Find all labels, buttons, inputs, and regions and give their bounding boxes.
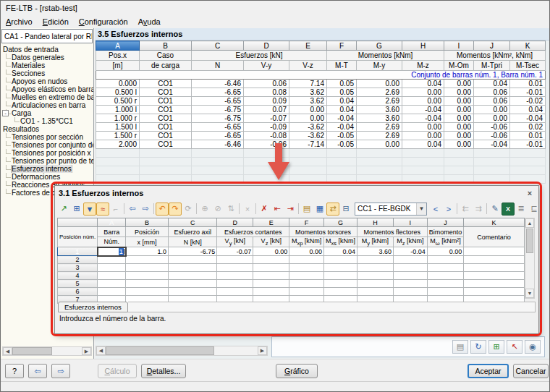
grafico-button[interactable]: Gráfico [276, 364, 318, 378]
cell-my[interactable]: 3.60 [357, 106, 402, 114]
cell-mt[interactable]: -0.04 [327, 123, 357, 132]
cell-vz[interactable]: 3.62 [289, 97, 327, 106]
cell-mtsec[interactable]: -0.01 [510, 88, 546, 97]
tree-item-deformaciones[interactable]: Deformaciones [1, 173, 93, 181]
cell-mz[interactable]: 0.04 [402, 140, 444, 149]
cell-n[interactable]: -6.75 [192, 114, 244, 123]
scroll-left-icon[interactable]: ◀ [96, 346, 106, 355]
cell-mz[interactable]: -0.04 [402, 114, 444, 123]
col-letter-a[interactable]: A [98, 218, 126, 227]
case-prev-icon[interactable]: < [429, 203, 442, 216]
calculo-button[interactable]: Cálculo [98, 364, 137, 378]
tree-item-datos-generales[interactable]: Datos generales [1, 54, 93, 61]
cell-posx[interactable]: 1.500 l [96, 123, 140, 132]
col-letter-f[interactable]: F [327, 41, 357, 51]
tree-item-co1[interactable]: CO1 - 1.35*CC1 [1, 117, 93, 125]
col-letter-g[interactable]: G [323, 218, 357, 227]
cell-n[interactable]: -6.65 [192, 88, 244, 97]
cell-x[interactable]: 1.0 [126, 247, 169, 256]
cell-vz[interactable]: 3.62 [289, 88, 327, 97]
load-case-selector[interactable]: CC1 - FE-BGDK ▼ [355, 203, 427, 216]
col-letter-j[interactable]: J [427, 218, 464, 227]
row-number[interactable]: 5 [58, 280, 98, 288]
cell-mtpri[interactable]: -0.04 [474, 140, 510, 149]
aceptar-button[interactable]: Aceptar [468, 364, 509, 378]
tree-item-datos-de-entrada[interactable]: Datos de entrada [1, 46, 93, 54]
row-number[interactable]: 4 [58, 272, 98, 280]
cell-vy[interactable]: -0.09 [244, 123, 289, 132]
cell-n[interactable]: -6.65 [192, 123, 244, 132]
col-letter-e[interactable]: E [253, 218, 289, 227]
excel-export-icon[interactable]: X [502, 203, 515, 216]
cell-n[interactable]: -6.46 [192, 80, 244, 88]
col-letter-a[interactable]: A [96, 41, 140, 51]
cell-mtpri[interactable]: 0.06 [474, 97, 510, 106]
cell-mom[interactable]: 0.00 [444, 106, 474, 114]
cell-mom[interactable]: 0.00 [444, 88, 474, 97]
cell-n[interactable]: -6.65 [192, 97, 244, 106]
col-letter-c[interactable]: C [169, 218, 217, 227]
tree-item-tensiones-posicion[interactable]: Tensiones por posición x [1, 149, 93, 157]
tree-item-carga[interactable]: -Carga [1, 109, 93, 117]
cell-mw[interactable]: 0.00 [427, 247, 464, 256]
cell-mtsec[interactable]: 0.01 [510, 132, 546, 140]
prev-module-button[interactable]: ⇦ [28, 364, 47, 378]
undo-icon[interactable]: ↶ [156, 203, 169, 216]
cell-mom[interactable]: 0.00 [444, 97, 474, 106]
cell-caso[interactable]: CO1 [140, 140, 192, 149]
cell-mtpri[interactable]: 0.04 [474, 80, 510, 88]
tree-item-secciones[interactable]: Secciones [1, 69, 93, 77]
col-letter-h[interactable]: H [402, 41, 444, 51]
col-letter-e[interactable]: E [289, 41, 327, 51]
cell-posx[interactable]: 0.000 [96, 80, 140, 88]
barra-input-cell[interactable]: 1 [98, 247, 126, 256]
print-icon[interactable]: ▤ [452, 340, 468, 354]
cell-mt[interactable]: -0.04 [327, 114, 357, 123]
cell-mt[interactable]: 0.04 [327, 97, 357, 106]
folder-icon[interactable]: ⊟ [339, 203, 352, 216]
cell-my[interactable]: 3.60 [357, 247, 393, 256]
cell-n[interactable]: -6.75 [192, 106, 244, 114]
redo-icon[interactable]: ↷ [169, 203, 182, 216]
cell-mtsec[interactable]: 0.01 [510, 80, 546, 88]
cell-mz[interactable]: -0.04 [402, 106, 444, 114]
tree-item-muelles[interactable]: Muelles en extremo de barra [1, 93, 93, 101]
scroll-right-icon[interactable]: ▶ [82, 347, 91, 355]
cell-caso[interactable]: CO1 [140, 106, 192, 114]
cell-mz[interactable]: -0.04 [393, 247, 427, 256]
refresh-icon[interactable]: ⟳ [182, 203, 195, 216]
col-letter-k[interactable]: K [510, 41, 546, 51]
tree-item-articulaciones[interactable]: Articulaciones en barra [1, 101, 93, 109]
cell-n[interactable]: -6.65 [192, 132, 244, 140]
cell-mtsec[interactable]: -0.04 [510, 114, 546, 123]
cell-vz[interactable]: -7.14 [289, 140, 327, 149]
col-letter-b[interactable]: B [126, 218, 169, 227]
cell-mom[interactable]: 0.00 [444, 80, 474, 88]
grid-icon[interactable]: ▦ [313, 203, 326, 216]
row-number[interactable]: 6 [58, 288, 98, 296]
cell-posx[interactable]: 0.500 l [96, 88, 140, 97]
menu-configuracion[interactable]: Configuración [74, 16, 133, 27]
help-button[interactable]: ? [5, 364, 24, 378]
cell-mtpri[interactable]: -0.06 [474, 123, 510, 132]
cell-mom[interactable]: 0.00 [444, 140, 474, 149]
cell-caso[interactable]: CO1 [140, 88, 192, 97]
tree-item-apoyos-en-nudos[interactable]: Apoyos en nudos [1, 77, 93, 85]
col-letter-g[interactable]: G [357, 41, 402, 51]
tree-item-materiales[interactable]: Materiales [1, 61, 93, 69]
cell-mz[interactable]: 0.00 [402, 88, 444, 97]
col-letter-k[interactable]: K [464, 218, 525, 227]
cell-vy[interactable]: -0.07 [244, 114, 289, 123]
cell-vz[interactable]: 0.00 [289, 114, 327, 123]
sort-icon[interactable]: ⇅ [224, 203, 237, 216]
cell-mom[interactable]: 0.00 [444, 114, 474, 123]
cell-mtsec[interactable]: -0.02 [510, 97, 546, 106]
scroll-down-icon[interactable]: ▼ [525, 289, 534, 298]
section-icon[interactable]: ⌐ [109, 203, 122, 216]
col-letter-i[interactable]: I [444, 41, 474, 51]
col-letter-i[interactable]: I [393, 218, 427, 227]
scrollbar-thumb[interactable] [106, 346, 214, 355]
scroll-right-icon[interactable]: ▶ [258, 346, 267, 355]
next-module-button[interactable]: ⇨ [51, 364, 70, 378]
cell-vy[interactable]: 0.07 [244, 106, 289, 114]
